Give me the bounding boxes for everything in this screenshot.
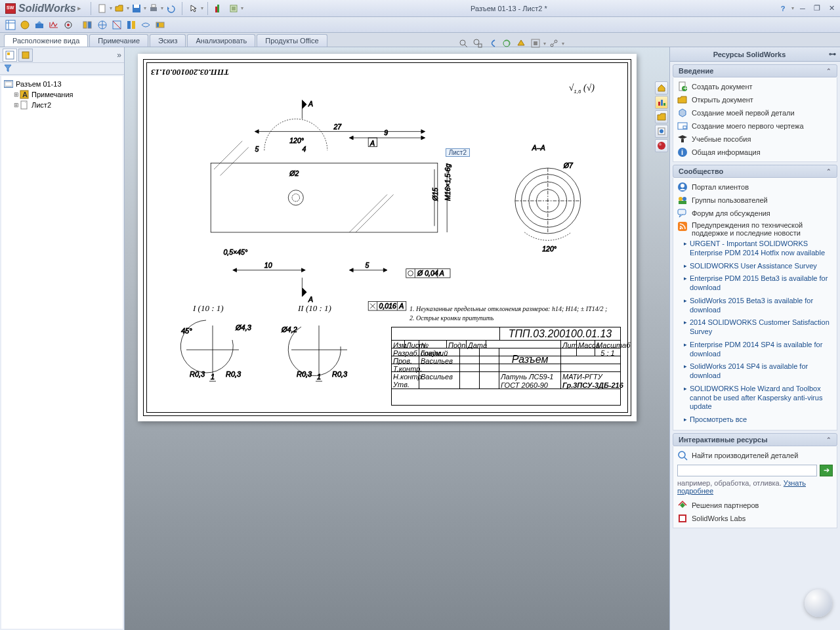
link-open-doc[interactable]: Открыть документ (677, 93, 833, 106)
news-item[interactable]: ▸2014 SOLIDWORKS Customer Satisfaction S… (677, 317, 833, 339)
link-forum[interactable]: Форум для обсуждения (677, 207, 833, 220)
link-tech-alerts[interactable]: Предупреждения по технической поддержке … (677, 220, 833, 238)
command-manager-tabs: Расположение вида Примечание Эскиз Анали… (0, 33, 840, 47)
svg-rect-120 (678, 209, 686, 215)
tab-view-layout[interactable]: Расположение вида (4, 34, 88, 47)
toolbar-icon[interactable] (110, 18, 123, 32)
toolbar-icon[interactable] (96, 18, 109, 32)
fm-tab-config[interactable] (18, 49, 33, 62)
save-button[interactable] (131, 3, 142, 14)
news-item[interactable]: ▸SolidWorks 2014 SP4 is available for do… (677, 361, 833, 383)
drawing-sheet[interactable]: ТПП.03.200100.01.13 √1,6 (√) Лист2 (138, 54, 637, 421)
toolbar-icon[interactable] (47, 18, 60, 32)
print-button[interactable] (148, 3, 159, 14)
link-view-all[interactable]: ▸Просмотреть все (677, 414, 833, 427)
panel-interactive-header[interactable]: Интерактивные ресурсы⌃ (673, 433, 837, 446)
display-style-icon[interactable] (514, 37, 528, 50)
open-doc-button[interactable] (114, 3, 125, 14)
svg-text:5: 5 (255, 145, 259, 153)
rebuild-button[interactable] (213, 3, 225, 14)
feedback-orb[interactable] (805, 589, 832, 617)
toolbar-icon[interactable] (33, 18, 46, 32)
tab-office[interactable]: Продукты Office (257, 34, 327, 47)
graphics-area[interactable]: ТПП.03.200100.01.13 √1,6 (√) Лист2 (125, 47, 669, 630)
tab-sketch[interactable]: Эскиз (150, 34, 186, 47)
section-view-icon[interactable] (500, 37, 513, 50)
link-find-manufacturers[interactable]: Найти производителей деталей (677, 449, 833, 462)
help-button[interactable]: ? (777, 3, 789, 14)
svg-line-41 (220, 147, 249, 175)
toolbar-icon[interactable] (139, 18, 152, 32)
toolbar-icon[interactable] (18, 18, 32, 32)
tab-annotation[interactable]: Примечание (89, 34, 148, 47)
news-item[interactable]: ▸SOLIDWORKS User Assistance Survey (677, 261, 833, 274)
link-first-drawing[interactable]: Создание моего первого чертежа (677, 119, 833, 133)
restore-button[interactable]: ❐ (811, 3, 823, 14)
svg-point-24 (503, 40, 510, 47)
fm-collapse-icon[interactable]: » (117, 51, 121, 60)
link-partner-solutions[interactable]: Решения партнеров (677, 499, 833, 512)
news-item[interactable]: ▸Enterprise PDM 2014 SP4 is available fo… (677, 339, 833, 362)
svg-rect-39 (211, 163, 438, 232)
toolbar-icon[interactable] (62, 18, 75, 32)
toolbar-icon[interactable] (81, 18, 94, 32)
pin-icon[interactable]: ⊶ (829, 50, 836, 58)
toolbar-icon[interactable] (154, 18, 167, 32)
tree-item-annotations[interactable]: ⊞ A Примечания (3, 89, 121, 100)
svg-rect-17 (127, 21, 131, 29)
news-item[interactable]: ▸SolidWorks 2015 Beta3 is available for … (677, 295, 833, 318)
sheet-icon (20, 100, 29, 110)
view-settings-icon[interactable] (547, 37, 560, 50)
prev-view-icon[interactable] (486, 37, 499, 50)
panel-community-header[interactable]: Сообщество⌃ (673, 165, 837, 178)
search-input[interactable] (677, 465, 817, 476)
undo-button[interactable] (165, 3, 177, 14)
sw-cube-icon (5, 3, 16, 14)
tree-root[interactable]: Разъем 01-13 (3, 79, 121, 89)
svg-text:А: А (308, 100, 313, 108)
zoom-area-icon[interactable] (471, 37, 484, 50)
options-button[interactable] (228, 3, 240, 14)
titlebar: SolidWorks ▸ ▾ ▾ ▾ ▾ ▾ ▾ Разъем 01-13 - … (0, 0, 840, 17)
new-doc-button[interactable] (96, 3, 108, 14)
link-tutorials[interactable]: Учебные пособия (677, 133, 833, 146)
news-item[interactable]: ▸SOLIDWORKS Hole Wizard and Toolbox cann… (677, 383, 833, 414)
link-user-groups[interactable]: Группы пользователей (677, 194, 833, 207)
search-go-button[interactable]: ➔ (820, 465, 833, 476)
taskpane-home-icon[interactable] (655, 81, 668, 94)
taskpane-resources-icon[interactable] (655, 96, 668, 109)
tree-item-sheet[interactable]: ⊞ Лист2 (3, 100, 121, 110)
link-customer-portal[interactable]: Портал клиентов (677, 180, 833, 194)
svg-text:А: А (439, 269, 444, 277)
link-general-info[interactable]: iОбщая информация (677, 146, 833, 159)
select-button[interactable] (188, 3, 200, 14)
expand-icon[interactable]: ⊞ (13, 91, 20, 98)
panel-intro-header[interactable]: Введение⌃ (673, 64, 837, 77)
news-item[interactable]: ▸Enterprise PDM 2015 Beta3 is available … (677, 273, 833, 295)
close-button[interactable]: ✕ (826, 3, 837, 14)
link-first-part[interactable]: Создание моей первой детали (677, 106, 833, 119)
zoom-fit-icon[interactable] (457, 37, 470, 50)
taskpane-explorer-icon[interactable] (655, 125, 668, 138)
menu-toggle-icon[interactable]: ▸ (77, 4, 81, 12)
svg-text:R0,3: R0,3 (332, 370, 348, 378)
tab-evaluate[interactable]: Анализировать (187, 34, 255, 47)
svg-point-68 (408, 271, 413, 276)
minimize-button[interactable]: ─ (797, 3, 808, 14)
fm-filter-row[interactable] (0, 63, 124, 75)
svg-text:1: 1 (211, 373, 215, 381)
link-sw-labs[interactable]: SolidWorks Labs (677, 512, 833, 525)
fm-tab-tree[interactable] (3, 49, 17, 62)
hide-show-icon[interactable] (529, 37, 542, 50)
expand-icon[interactable]: ⊞ (13, 102, 20, 108)
news-item[interactable]: ▸URGENT - Important SOLIDWORKS Enterpris… (677, 238, 833, 261)
svg-point-9 (21, 21, 29, 29)
toolbar-icon[interactable] (4, 18, 17, 32)
taskpane-library-icon[interactable] (655, 110, 668, 123)
link-create-doc[interactable]: +Создать документ (677, 80, 833, 93)
svg-text:27: 27 (333, 123, 342, 131)
taskpane-appearance-icon[interactable] (655, 139, 668, 152)
note1: 1. Неуказанные предельные отклонения раз… (410, 305, 607, 312)
toolbar-icon[interactable] (125, 18, 138, 32)
svg-rect-119 (679, 201, 686, 204)
